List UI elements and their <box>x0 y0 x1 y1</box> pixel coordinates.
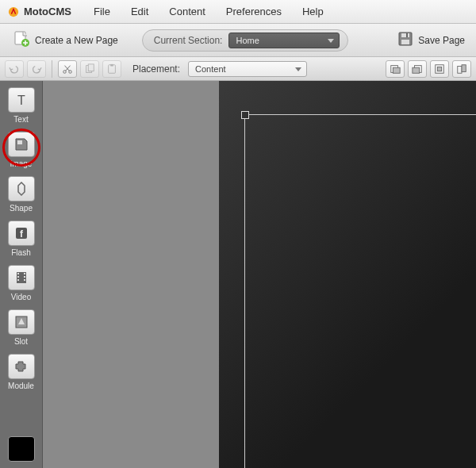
top-toolbar: Create a New Page Current Section: Home … <box>0 24 476 57</box>
image-icon <box>8 132 35 157</box>
shape-icon <box>8 176 35 201</box>
svg-rect-4 <box>401 33 409 37</box>
tool-image[interactable]: Image <box>4 132 39 168</box>
tool-text[interactable]: T Text <box>4 87 39 124</box>
tool-image-label: Image <box>10 159 33 168</box>
tool-flash[interactable]: f Flash <box>4 221 39 257</box>
color-swatch-icon <box>8 436 35 462</box>
svg-rect-5 <box>406 33 408 37</box>
svg-rect-14 <box>393 67 400 73</box>
new-page-icon <box>13 30 30 50</box>
cut-button[interactable] <box>58 60 77 78</box>
placement-label: Placement: <box>132 63 180 75</box>
svg-rect-22 <box>17 140 22 144</box>
svg-rect-28 <box>17 276 19 278</box>
svg-rect-31 <box>24 276 25 278</box>
svg-rect-16 <box>413 67 420 73</box>
svg-rect-12 <box>110 63 113 66</box>
svg-rect-29 <box>17 279 19 281</box>
create-new-page-button[interactable]: Create a New Page <box>6 27 125 53</box>
svg-rect-10 <box>88 63 94 71</box>
align-button-3[interactable] <box>430 60 449 78</box>
placement-value: Content <box>195 64 226 74</box>
menu-edit[interactable]: Edit <box>131 6 148 17</box>
current-section-label: Current Section: <box>154 35 223 46</box>
svg-rect-18 <box>437 67 441 71</box>
secondary-toolbar: Placement: Content <box>0 57 476 81</box>
svg-marker-23 <box>18 182 25 195</box>
workspace: T Text Image Shape f Flash Video Slot Mo… <box>0 81 476 468</box>
flash-icon: f <box>8 221 35 246</box>
undo-button[interactable] <box>5 60 24 78</box>
menu-help[interactable]: Help <box>302 6 324 17</box>
tool-shape[interactable]: Shape <box>4 176 39 213</box>
align-button-2[interactable] <box>408 60 427 78</box>
menu-content[interactable]: Content <box>169 6 205 17</box>
placement-dropdown[interactable]: Content <box>188 61 307 77</box>
svg-rect-32 <box>24 279 25 281</box>
video-icon <box>8 265 35 290</box>
create-new-page-label: Create a New Page <box>35 35 118 46</box>
tool-shape-label: Shape <box>10 204 33 213</box>
svg-rect-27 <box>17 273 19 274</box>
tool-module-label: Module <box>8 382 34 390</box>
tool-slot-label: Slot <box>14 337 28 346</box>
paste-button[interactable] <box>102 60 121 78</box>
svg-rect-19 <box>458 66 462 73</box>
align-button-4[interactable] <box>452 60 471 78</box>
svg-rect-20 <box>462 64 466 71</box>
current-section-dropdown[interactable]: Home <box>228 33 340 48</box>
selection-outline[interactable] <box>244 114 476 468</box>
menu-preferences[interactable]: Preferences <box>226 6 282 17</box>
align-button-1[interactable] <box>386 60 405 78</box>
save-page-label: Save Page <box>418 35 465 46</box>
motocms-logo-icon <box>8 6 19 17</box>
redo-button[interactable] <box>27 60 46 78</box>
toolbar-separator <box>52 60 52 78</box>
tool-module[interactable]: Module <box>4 354 39 390</box>
selection-handle-top-left[interactable] <box>241 111 249 119</box>
tool-color-swatch[interactable] <box>4 436 39 462</box>
tool-panel: T Text Image Shape f Flash Video Slot Mo… <box>0 81 43 468</box>
side-gap <box>43 81 219 468</box>
tool-video[interactable]: Video <box>4 265 39 301</box>
current-section-pill: Current Section: Home <box>142 29 349 52</box>
canvas-area[interactable] <box>219 81 476 468</box>
svg-rect-6 <box>401 40 409 44</box>
slot-icon <box>8 309 35 335</box>
save-page-button[interactable]: Save Page <box>393 28 470 52</box>
tool-flash-label: Flash <box>11 248 30 257</box>
copy-button[interactable] <box>80 60 99 78</box>
svg-rect-30 <box>24 273 25 274</box>
tool-slot[interactable]: Slot <box>4 309 39 346</box>
tool-video-label: Video <box>11 293 31 301</box>
module-icon <box>8 354 35 379</box>
tool-text-label: Text <box>13 115 28 124</box>
save-icon <box>397 31 413 49</box>
title-bar: MotoCMS File Edit Content Preferences He… <box>0 0 476 24</box>
current-section-value: Home <box>236 36 259 45</box>
text-icon: T <box>8 87 35 113</box>
svg-text:T: T <box>17 94 25 107</box>
menu-file[interactable]: File <box>94 6 110 17</box>
app-title: MotoCMS <box>24 6 71 17</box>
